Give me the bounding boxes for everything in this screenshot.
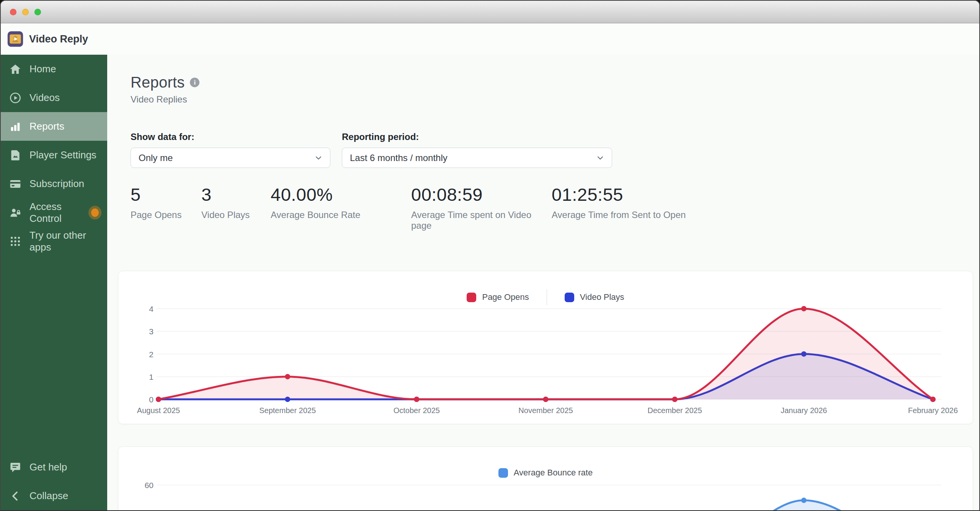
legend-label: Page Opens	[482, 292, 529, 302]
credit-card-icon	[9, 178, 21, 190]
sidebar-item-label: Get help	[29, 461, 67, 473]
legend-label: Video Plays	[580, 292, 624, 302]
show-data-for-label: Show data for:	[131, 132, 330, 142]
reporting-period-label: Reporting period:	[342, 132, 612, 142]
legend-label: Average Bounce rate	[514, 468, 593, 478]
chevron-left-icon	[9, 490, 21, 502]
svg-text:August 2025: August 2025	[137, 406, 180, 415]
stat-average-bounce-rate: 40.00% Average Bounce Rate	[271, 184, 411, 231]
svg-text:November 2025: November 2025	[518, 406, 573, 415]
sidebar-item-subscription[interactable]: Subscription	[1, 169, 107, 198]
sidebar-item-label: Subscription	[29, 178, 84, 190]
svg-text:February 2026: February 2026	[908, 406, 958, 415]
close-button[interactable]	[10, 9, 16, 15]
sidebar-item-collapse[interactable]: Collapse	[1, 482, 107, 510]
stat-label: Page Opens	[131, 210, 201, 220]
chat-icon	[9, 461, 21, 474]
stat-value: 5	[131, 184, 201, 205]
sidebar-item-label: Collapse	[29, 490, 68, 502]
info-icon[interactable]: i	[190, 78, 199, 87]
legend-item[interactable]: Video Plays	[565, 292, 624, 302]
sidebar-item-label: Access Control	[29, 201, 91, 225]
sidebar-item-get-help[interactable]: Get help	[1, 453, 107, 482]
opens-plays-line-chart: 01234August 2025September 2025October 20…	[118, 306, 973, 425]
stat-video-plays: 3 Video Plays	[201, 184, 271, 231]
svg-text:3: 3	[149, 327, 154, 336]
sidebar-item-reports[interactable]: Reports	[1, 112, 107, 141]
page-title: Reports	[131, 74, 185, 91]
svg-text:1: 1	[149, 373, 154, 381]
app-header: Video Reply	[1, 23, 979, 55]
window-titlebar	[1, 1, 979, 23]
svg-text:60: 60	[145, 482, 154, 490]
stat-value: 3	[201, 184, 271, 205]
sidebar-item-videos[interactable]: Videos	[1, 83, 107, 112]
sidebar-item-label: Home	[29, 63, 56, 75]
stat-value: 40.00%	[271, 184, 411, 205]
sidebar-item-try-other-apps[interactable]: Try our other apps	[1, 227, 107, 255]
stat-label: Video Plays	[201, 210, 271, 220]
stat-average-time-video-page: 00:08:59 Average Time spent on Video pag…	[411, 184, 552, 231]
stat-label: Average Bounce Rate	[271, 210, 411, 220]
bounce-rate-line-chart: 0204060August 2025September 2025October …	[118, 482, 973, 510]
page-subtitle: Video Replies	[131, 94, 972, 105]
sidebar-item-label: Reports	[29, 120, 64, 132]
svg-text:4: 4	[149, 306, 154, 313]
legend-item[interactable]: Average Bounce rate	[498, 468, 593, 478]
opens-plays-chart-card: Page OpensVideo Plays 01234August 2025Se…	[118, 271, 973, 424]
apps-grid-icon	[9, 235, 21, 247]
app-title: Video Reply	[29, 33, 88, 45]
legend-swatch-icon	[498, 468, 508, 478]
minimize-button[interactable]	[22, 9, 29, 15]
stat-value: 00:08:59	[411, 184, 552, 205]
sidebar-item-label: Videos	[29, 92, 60, 104]
sidebar-item-player-settings[interactable]: Player Settings	[1, 141, 107, 169]
stat-label: Average Time spent on Video page	[411, 210, 552, 231]
legend-item[interactable]: Page Opens	[467, 292, 529, 302]
svg-text:September 2025: September 2025	[259, 406, 316, 415]
svg-text:October 2025: October 2025	[394, 406, 440, 415]
svg-text:January 2026: January 2026	[781, 406, 827, 415]
legend-swatch-icon	[467, 293, 476, 302]
chart-legend: Page OpensVideo Plays	[118, 288, 973, 306]
legend-divider	[547, 289, 547, 305]
reporting-period-select[interactable]: Last 6 months / monthly	[342, 148, 612, 168]
stat-average-time-sent-to-open: 01:25:55 Average Time from Sent to Open	[552, 184, 686, 231]
user-lock-icon	[9, 207, 21, 219]
maximize-button[interactable]	[34, 9, 41, 15]
sidebar-item-home[interactable]: Home	[1, 55, 107, 83]
stat-page-opens: 5 Page Opens	[131, 184, 201, 231]
show-data-for-value: Only me	[139, 153, 173, 163]
bar-chart-icon	[9, 120, 21, 133]
svg-text:0: 0	[149, 395, 154, 404]
stat-value: 01:25:55	[552, 184, 686, 205]
app-window: Video Reply Home Videos Reports	[0, 0, 980, 511]
chevron-down-icon	[596, 153, 605, 163]
show-data-for-select[interactable]: Only me	[131, 148, 330, 168]
sidebar-item-label: Player Settings	[29, 149, 96, 161]
home-icon	[9, 63, 21, 75]
sidebar-item-access-control[interactable]: Access Control	[1, 198, 107, 227]
sidebar: Home Videos Reports Player Settings	[1, 55, 107, 510]
file-image-icon	[9, 149, 21, 161]
chart-legend: Average Bounce rate	[118, 464, 973, 482]
sidebar-item-label: Try our other apps	[29, 229, 107, 253]
svg-text:2: 2	[149, 350, 154, 359]
reporting-period-value: Last 6 months / monthly	[350, 153, 448, 163]
stat-label: Average Time from Sent to Open	[552, 210, 686, 220]
svg-text:December 2025: December 2025	[648, 406, 702, 415]
legend-swatch-icon	[565, 293, 574, 302]
bounce-rate-chart-card: Average Bounce rate 0204060August 2025Se…	[118, 446, 973, 510]
app-logo-icon	[7, 31, 24, 47]
main-content: Reports i Video Replies Show data for: O…	[107, 55, 979, 510]
play-circle-icon	[9, 92, 21, 104]
access-control-badge	[91, 208, 99, 217]
chevron-down-icon	[314, 153, 323, 163]
